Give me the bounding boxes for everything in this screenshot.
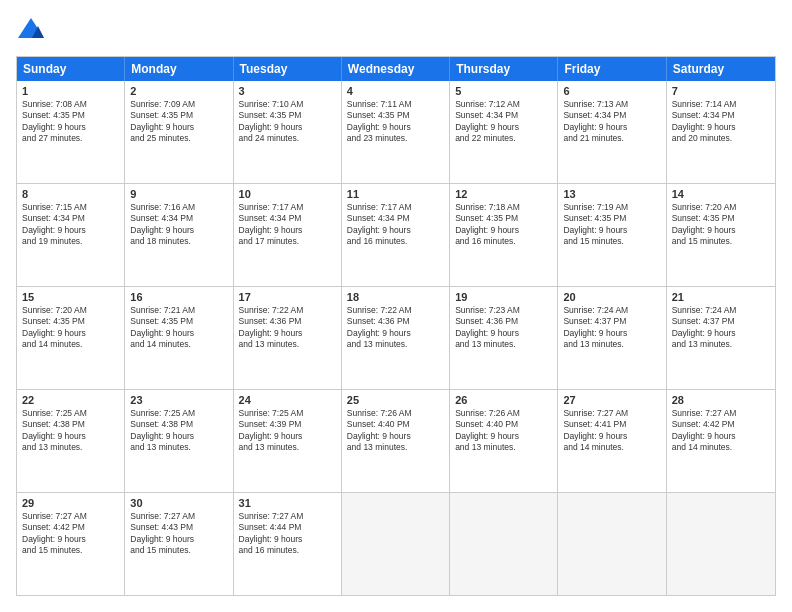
cal-cell-21: 21Sunrise: 7:24 AM Sunset: 4:37 PM Dayli… bbox=[667, 287, 775, 389]
cal-cell-8: 8Sunrise: 7:15 AM Sunset: 4:34 PM Daylig… bbox=[17, 184, 125, 286]
cal-header-friday: Friday bbox=[558, 57, 666, 81]
cal-header-thursday: Thursday bbox=[450, 57, 558, 81]
cal-row-5: 29Sunrise: 7:27 AM Sunset: 4:42 PM Dayli… bbox=[17, 493, 775, 595]
cal-cell-1: 1Sunrise: 7:08 AM Sunset: 4:35 PM Daylig… bbox=[17, 81, 125, 183]
cal-cell-18: 18Sunrise: 7:22 AM Sunset: 4:36 PM Dayli… bbox=[342, 287, 450, 389]
cal-cell-24: 24Sunrise: 7:25 AM Sunset: 4:39 PM Dayli… bbox=[234, 390, 342, 492]
page: SundayMondayTuesdayWednesdayThursdayFrid… bbox=[0, 0, 792, 612]
cal-row-3: 15Sunrise: 7:20 AM Sunset: 4:35 PM Dayli… bbox=[17, 287, 775, 390]
cal-header-wednesday: Wednesday bbox=[342, 57, 450, 81]
cal-cell-26: 26Sunrise: 7:26 AM Sunset: 4:40 PM Dayli… bbox=[450, 390, 558, 492]
cal-cell-15: 15Sunrise: 7:20 AM Sunset: 4:35 PM Dayli… bbox=[17, 287, 125, 389]
cal-cell-6: 6Sunrise: 7:13 AM Sunset: 4:34 PM Daylig… bbox=[558, 81, 666, 183]
header bbox=[16, 16, 776, 46]
cal-cell-31: 31Sunrise: 7:27 AM Sunset: 4:44 PM Dayli… bbox=[234, 493, 342, 595]
cal-cell-23: 23Sunrise: 7:25 AM Sunset: 4:38 PM Dayli… bbox=[125, 390, 233, 492]
cal-cell-2: 2Sunrise: 7:09 AM Sunset: 4:35 PM Daylig… bbox=[125, 81, 233, 183]
cal-cell-17: 17Sunrise: 7:22 AM Sunset: 4:36 PM Dayli… bbox=[234, 287, 342, 389]
cal-row-1: 1Sunrise: 7:08 AM Sunset: 4:35 PM Daylig… bbox=[17, 81, 775, 184]
calendar: SundayMondayTuesdayWednesdayThursdayFrid… bbox=[16, 56, 776, 596]
cal-header-monday: Monday bbox=[125, 57, 233, 81]
cal-cell-11: 11Sunrise: 7:17 AM Sunset: 4:34 PM Dayli… bbox=[342, 184, 450, 286]
cal-cell-29: 29Sunrise: 7:27 AM Sunset: 4:42 PM Dayli… bbox=[17, 493, 125, 595]
cal-cell-25: 25Sunrise: 7:26 AM Sunset: 4:40 PM Dayli… bbox=[342, 390, 450, 492]
cal-cell-7: 7Sunrise: 7:14 AM Sunset: 4:34 PM Daylig… bbox=[667, 81, 775, 183]
logo bbox=[16, 16, 50, 46]
cal-header-saturday: Saturday bbox=[667, 57, 775, 81]
cal-cell-empty-w4-3 bbox=[342, 493, 450, 595]
cal-cell-3: 3Sunrise: 7:10 AM Sunset: 4:35 PM Daylig… bbox=[234, 81, 342, 183]
cal-cell-12: 12Sunrise: 7:18 AM Sunset: 4:35 PM Dayli… bbox=[450, 184, 558, 286]
cal-cell-19: 19Sunrise: 7:23 AM Sunset: 4:36 PM Dayli… bbox=[450, 287, 558, 389]
cal-header-sunday: Sunday bbox=[17, 57, 125, 81]
cal-cell-27: 27Sunrise: 7:27 AM Sunset: 4:41 PM Dayli… bbox=[558, 390, 666, 492]
cal-row-2: 8Sunrise: 7:15 AM Sunset: 4:34 PM Daylig… bbox=[17, 184, 775, 287]
cal-header-tuesday: Tuesday bbox=[234, 57, 342, 81]
cal-cell-5: 5Sunrise: 7:12 AM Sunset: 4:34 PM Daylig… bbox=[450, 81, 558, 183]
cal-cell-22: 22Sunrise: 7:25 AM Sunset: 4:38 PM Dayli… bbox=[17, 390, 125, 492]
cal-cell-empty-w4-6 bbox=[667, 493, 775, 595]
calendar-header: SundayMondayTuesdayWednesdayThursdayFrid… bbox=[17, 57, 775, 81]
cal-cell-20: 20Sunrise: 7:24 AM Sunset: 4:37 PM Dayli… bbox=[558, 287, 666, 389]
cal-cell-10: 10Sunrise: 7:17 AM Sunset: 4:34 PM Dayli… bbox=[234, 184, 342, 286]
cal-row-4: 22Sunrise: 7:25 AM Sunset: 4:38 PM Dayli… bbox=[17, 390, 775, 493]
calendar-body: 1Sunrise: 7:08 AM Sunset: 4:35 PM Daylig… bbox=[17, 81, 775, 595]
cal-cell-empty-w4-5 bbox=[558, 493, 666, 595]
logo-icon bbox=[16, 16, 46, 46]
cal-cell-14: 14Sunrise: 7:20 AM Sunset: 4:35 PM Dayli… bbox=[667, 184, 775, 286]
cal-cell-empty-w4-4 bbox=[450, 493, 558, 595]
cal-cell-16: 16Sunrise: 7:21 AM Sunset: 4:35 PM Dayli… bbox=[125, 287, 233, 389]
cal-cell-4: 4Sunrise: 7:11 AM Sunset: 4:35 PM Daylig… bbox=[342, 81, 450, 183]
cal-cell-9: 9Sunrise: 7:16 AM Sunset: 4:34 PM Daylig… bbox=[125, 184, 233, 286]
cal-cell-13: 13Sunrise: 7:19 AM Sunset: 4:35 PM Dayli… bbox=[558, 184, 666, 286]
cal-cell-30: 30Sunrise: 7:27 AM Sunset: 4:43 PM Dayli… bbox=[125, 493, 233, 595]
cal-cell-28: 28Sunrise: 7:27 AM Sunset: 4:42 PM Dayli… bbox=[667, 390, 775, 492]
